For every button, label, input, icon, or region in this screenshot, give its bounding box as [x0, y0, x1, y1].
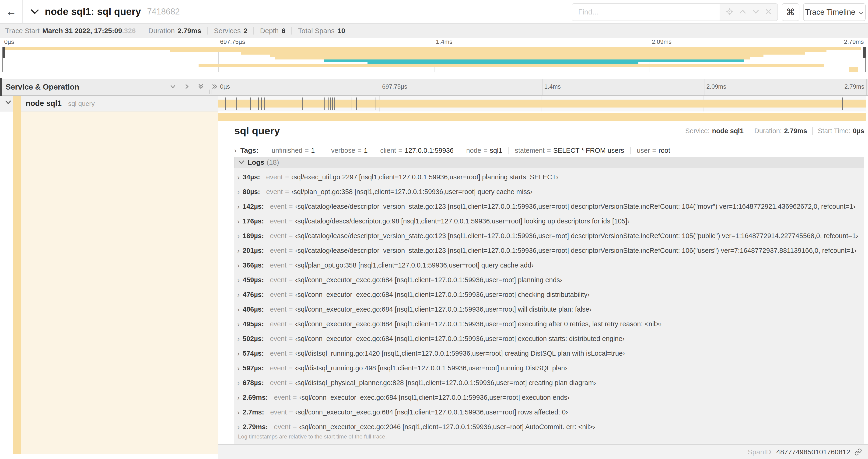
log-value: ‹sql/catalog/lease/descriptor_version_st… — [295, 232, 858, 240]
back-button[interactable]: ← — [0, 0, 23, 23]
log-key: event — [270, 305, 286, 313]
logs-section-header[interactable]: Logs (18) — [234, 157, 864, 168]
log-row[interactable]: ›476µs:event=‹sql/conn_executor_exec.go:… — [234, 287, 864, 302]
logs-count: (18) — [267, 158, 279, 166]
trace-view-select[interactable]: Trace Timeline — [803, 3, 866, 21]
log-equals: = — [285, 173, 289, 181]
log-row[interactable]: ›201µs:event=‹sql/catalog/lease/descript… — [234, 243, 864, 258]
find-input[interactable] — [572, 4, 720, 21]
tag-key: client — [380, 147, 396, 154]
log-equals: = — [289, 291, 293, 299]
log-value: ‹sql/distsql_running.go:498 [nsql1,clien… — [295, 364, 567, 372]
log-row[interactable]: ›2.69ms:event=‹sql/conn_executor_exec.go… — [234, 390, 864, 405]
chevron-down-icon — [859, 8, 864, 17]
detail-meta-value: 0µs — [853, 127, 864, 135]
log-chevron-icon: › — [234, 364, 243, 372]
log-row[interactable]: ›597µs:event=‹sql/distsql_running.go:498… — [234, 361, 864, 375]
log-marker-tick — [866, 97, 866, 110]
log-time: 366µs: — [243, 261, 264, 269]
log-row[interactable]: ›502µs:event=‹sql/conn_executor_exec.go:… — [234, 331, 864, 346]
tag-equals: = — [305, 147, 309, 154]
log-marker-tick — [334, 97, 335, 110]
ruler-gridline — [542, 79, 542, 95]
log-chevron-icon: › — [234, 261, 243, 269]
log-time: 476µs: — [243, 291, 264, 299]
minimap-right-scrubber-handle[interactable] — [863, 47, 866, 58]
log-row[interactable]: ›34µs:event=‹sql/exec_util.go:2297 [nsql… — [234, 170, 864, 185]
span-detail-title: sql query — [234, 125, 280, 137]
tags-label: Tags: — [240, 146, 258, 154]
log-row[interactable]: ›574µs:event=‹sql/distsql_running.go:142… — [234, 346, 864, 361]
detail-meta-label: Service: — [685, 127, 710, 135]
expand-one-icon[interactable] — [183, 83, 190, 91]
span-row: node sql1 sql query — [0, 96, 868, 111]
minimap-canvas[interactable] — [2, 47, 866, 72]
log-equals: = — [289, 276, 293, 284]
find-controls — [720, 4, 777, 21]
stat-label: Total Spans — [298, 27, 335, 35]
tag-value: root — [658, 147, 670, 154]
stat-value: 10 — [337, 27, 345, 35]
tag-item: user=root — [630, 147, 676, 154]
log-value: ‹sql/catalog/lease/descriptor_version_st… — [295, 203, 856, 210]
log-row[interactable]: ›176µs:event=‹sql/catalog/descs/descript… — [234, 214, 864, 229]
log-equals: = — [289, 261, 293, 269]
minimap-span-bar — [323, 60, 744, 62]
log-row[interactable]: ›189µs:event=‹sql/catalog/lease/descript… — [234, 229, 864, 243]
minimap-span-bar — [849, 67, 859, 69]
log-row[interactable]: ›486µs:event=‹sql/conn_executor_exec.go:… — [234, 302, 864, 317]
log-chevron-icon: › — [234, 188, 243, 196]
log-row[interactable]: ›459µs:event=‹sql/conn_executor_exec.go:… — [234, 273, 864, 287]
span-row-name-cell[interactable]: node sql1 sql query — [0, 96, 218, 111]
log-key: event — [270, 276, 286, 284]
log-time: 2.69ms: — [243, 394, 268, 401]
find-prev-icon[interactable] — [739, 9, 746, 15]
log-value: ‹sql/exec_util.go:2297 [nsql1,client=127… — [291, 173, 559, 181]
collapse-one-icon[interactable] — [169, 83, 177, 91]
span-duration-bar[interactable] — [218, 100, 866, 107]
span-detail-meta: Service:node sql1Duration:2.79msStart Ti… — [680, 127, 864, 135]
deep-link-icon[interactable] — [855, 448, 862, 456]
detail-color-accent — [13, 111, 21, 454]
tag-equals: = — [398, 147, 402, 154]
log-marker-tick — [261, 97, 262, 110]
locate-icon[interactable] — [726, 8, 733, 16]
minimap-left-scrubber-handle[interactable] — [3, 47, 5, 58]
span-operation-name: sql query — [68, 100, 95, 107]
log-chevron-icon: › — [234, 247, 243, 255]
find-clear-icon[interactable] — [765, 9, 771, 15]
log-chevron-icon: › — [234, 423, 243, 431]
stat-label: Trace Start — [5, 27, 39, 35]
find-next-icon[interactable] — [752, 9, 759, 15]
detail-meta-item: Duration:2.79ms — [749, 127, 812, 135]
collapse-all-icon[interactable] — [197, 83, 205, 91]
log-time: 495µs: — [243, 320, 264, 328]
log-row[interactable]: ›366µs:event=‹sql/plan_opt.go:358 [nsql1… — [234, 258, 864, 273]
log-marker-tick — [302, 97, 303, 110]
collapse-trace-chevron-icon[interactable] — [31, 9, 39, 14]
log-chevron-icon: › — [234, 291, 243, 299]
page-title: node sql1: sql query — [45, 6, 141, 17]
keyboard-shortcuts-button[interactable]: ⌘ — [782, 3, 799, 21]
minimap-span-bar — [170, 50, 827, 52]
ruler-gridline — [704, 79, 705, 95]
stat-label: Depth — [260, 27, 279, 35]
log-row[interactable]: ›678µs:event=‹sql/distsql_physical_plann… — [234, 375, 864, 390]
span-collapse-chevron-icon[interactable] — [5, 100, 11, 105]
log-row[interactable]: ›80µs:event=‹sql/plan_opt.go:358 [nsql1,… — [234, 185, 864, 199]
minimap-span-bar — [241, 52, 805, 55]
tag-key: _unfinished — [268, 147, 302, 154]
tag-value: 1 — [311, 147, 315, 154]
span-detail-header: sql query Service:node sql1Duration:2.79… — [234, 123, 864, 139]
log-value: ‹sql/conn_executor_exec.go:684 [nsql1,cl… — [295, 291, 590, 299]
log-chevron-icon: › — [234, 350, 243, 358]
log-row[interactable]: ›2.79ms:event=‹sql/conn_executor_exec.go… — [234, 420, 864, 434]
tags-row[interactable]: › Tags: _unfinished=1_verbose=1client=12… — [234, 145, 864, 156]
log-row[interactable]: ›495µs:event=‹sql/conn_executor_exec.go:… — [234, 317, 864, 331]
log-equals: = — [285, 188, 289, 196]
log-equals: = — [289, 350, 293, 357]
log-row[interactable]: ›2.7ms:event=‹sql/conn_executor_exec.go:… — [234, 405, 864, 420]
tag-item: _verbose=1 — [321, 147, 374, 154]
log-time: 189µs: — [243, 232, 264, 240]
log-row[interactable]: ›142µs:event=‹sql/catalog/lease/descript… — [234, 199, 864, 214]
